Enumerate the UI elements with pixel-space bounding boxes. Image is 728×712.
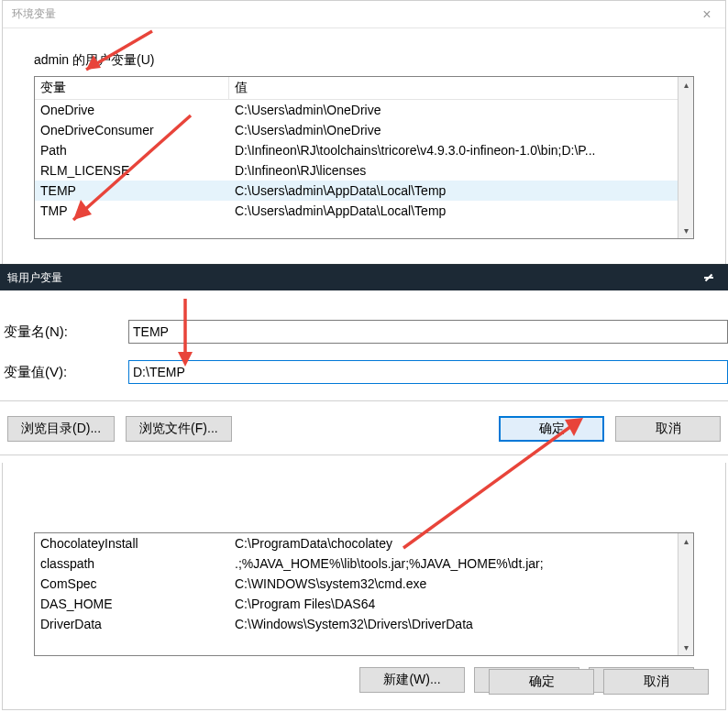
cell-variable: classpath <box>35 553 229 574</box>
edit-user-variable-dialog: 辑用户变量 变量名(N): 变量值(V): 浏览目录(D)... 浏览文件(F)… <box>0 264 728 463</box>
scrollbar[interactable]: ▴ ▾ <box>678 533 693 655</box>
cell-variable: ComSpec <box>35 574 229 594</box>
table-row[interactable]: DAS_HOMEC:\Program Files\DAS64 <box>35 594 693 614</box>
table-row[interactable]: TEMPC:\Users\admin\AppData\Local\Temp <box>35 181 693 201</box>
cell-variable: Path <box>35 140 229 160</box>
edit-dialog-titlebar: 辑用户变量 <box>0 265 728 290</box>
cell-variable: OneDrive <box>35 100 229 120</box>
table-row[interactable]: DriverDataC:\Windows\System32\Drivers\Dr… <box>35 614 693 634</box>
table-header: 变量 值 <box>35 77 693 100</box>
cell-value: C:\ProgramData\chocolatey <box>229 533 693 553</box>
col-value[interactable]: 值 <box>229 77 693 99</box>
cell-value: C:\Users\admin\OneDrive <box>229 120 693 140</box>
table-row[interactable]: RLM_LICENSED:\Infineon\RJ\licenses <box>35 160 693 181</box>
table-row[interactable]: PathD:\Infineon\RJ\toolchains\tricore\v4… <box>35 140 693 160</box>
cell-variable: TMP <box>35 201 229 221</box>
cell-variable: OneDriveConsumer <box>35 120 229 140</box>
edit-ok-button[interactable]: 确定 <box>499 416 604 442</box>
table-row[interactable]: classpath.;%JAVA_HOME%\lib\tools.jar;%JA… <box>35 553 693 574</box>
cell-variable: DAS_HOME <box>35 594 229 614</box>
cell-value: C:\Users\admin\OneDrive <box>229 100 693 120</box>
table-row[interactable]: OneDriveC:\Users\admin\OneDrive <box>35 100 693 120</box>
cell-value: C:\WINDOWS\system32\cmd.exe <box>229 574 693 594</box>
cell-value: C:\Users\admin\AppData\Local\Temp <box>229 181 693 201</box>
var-value-input[interactable] <box>128 360 728 384</box>
close-icon[interactable]: × <box>698 5 716 24</box>
cell-value: C:\Users\admin\AppData\Local\Temp <box>229 201 693 221</box>
window-title: 环境变量 <box>12 6 56 22</box>
var-value-field: 变量值(V): <box>0 360 728 384</box>
edit-dialog-title: 辑用户变量 <box>7 270 62 286</box>
scroll-up-icon[interactable]: ▴ <box>678 533 693 549</box>
user-vars-label: admin 的用户变量(U) <box>3 28 725 76</box>
cell-value: C:\Program Files\DAS64 <box>229 594 693 614</box>
cell-variable: RLM_LICENSE <box>35 160 229 181</box>
var-name-input[interactable] <box>128 320 728 344</box>
main-ok-cancel: 确定 取消 <box>489 669 709 695</box>
var-value-label: 变量值(V): <box>0 364 128 381</box>
col-variable[interactable]: 变量 <box>35 77 229 99</box>
scroll-down-icon[interactable]: ▾ <box>678 640 693 655</box>
main-cancel-button[interactable]: 取消 <box>603 669 709 695</box>
user-vars-table: 变量 值 OneDriveC:\Users\admin\OneDriveOneD… <box>34 76 694 239</box>
cell-value: C:\Windows\System32\Drivers\DriverData <box>229 614 693 634</box>
close-icon[interactable] <box>697 265 721 290</box>
cell-value: .;%JAVA_HOME%\lib\tools.jar;%JAVA_HOME%\… <box>229 553 693 574</box>
cell-variable: TEMP <box>35 181 229 201</box>
table-row[interactable]: ComSpecC:\WINDOWS\system32\cmd.exe <box>35 574 693 594</box>
main-ok-button[interactable]: 确定 <box>489 669 594 695</box>
cell-value: D:\Infineon\RJ\licenses <box>229 160 693 181</box>
browse-dir-button[interactable]: 浏览目录(D)... <box>7 416 115 442</box>
table-row[interactable]: OneDriveConsumerC:\Users\admin\OneDrive <box>35 120 693 140</box>
edit-dialog-buttons: 浏览目录(D)... 浏览文件(F)... 确定 取消 <box>0 409 728 453</box>
table-row[interactable]: TMPC:\Users\admin\AppData\Local\Temp <box>35 201 693 221</box>
cell-variable: DriverData <box>35 614 229 634</box>
system-vars-table: ChocolateyInstallC:\ProgramData\chocolat… <box>34 532 694 656</box>
new-button[interactable]: 新建(W)... <box>359 667 465 693</box>
var-name-label: 变量名(N): <box>0 323 128 341</box>
table-row[interactable]: ChocolateyInstallC:\ProgramData\chocolat… <box>35 533 693 553</box>
cell-value: D:\Infineon\RJ\toolchains\tricore\v4.9.3… <box>229 140 693 160</box>
cell-variable: ChocolateyInstall <box>35 533 229 553</box>
scroll-up-icon[interactable]: ▴ <box>678 77 693 93</box>
scrollbar[interactable]: ▴ ▾ <box>678 77 693 238</box>
edit-cancel-button[interactable]: 取消 <box>615 416 721 442</box>
scroll-down-icon[interactable]: ▾ <box>678 223 693 238</box>
browse-file-button[interactable]: 浏览文件(F)... <box>126 416 232 442</box>
window-titlebar: 环境变量 × <box>3 1 725 28</box>
var-name-field: 变量名(N): <box>0 320 728 344</box>
